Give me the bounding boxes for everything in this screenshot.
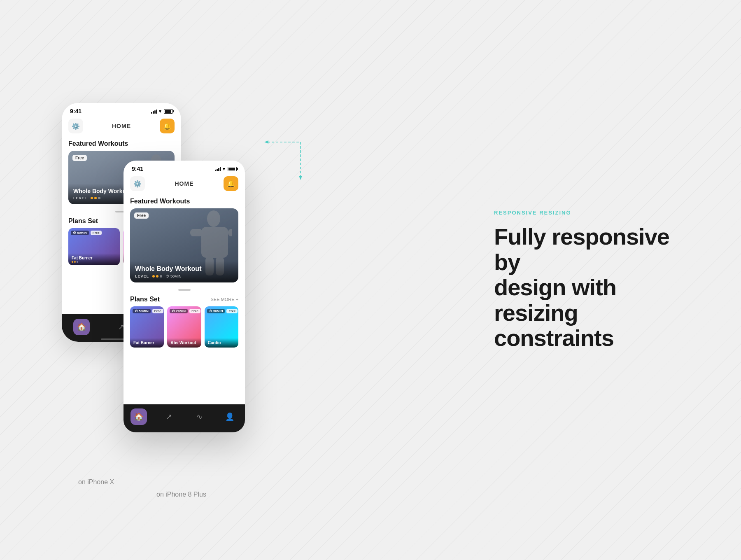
iphone-8-nav-workout[interactable]: ↗ bbox=[161, 408, 177, 425]
iphone-8-nav-bar: ⚙️ HOME 🔔 bbox=[124, 174, 245, 195]
battery-8-icon bbox=[228, 167, 237, 171]
wifi-8-icon: ▾ bbox=[223, 166, 225, 172]
plan-card-1-badges: ⏱ 50MIN Free bbox=[71, 231, 102, 235]
iphone-8-plan-1-overlay: Fat Burner bbox=[130, 338, 164, 348]
iphone-8-card-overlay: Whole Body Workout LEVEL ⏱ 50MIN bbox=[130, 261, 238, 282]
iphone-8-profile-icon[interactable]: 👤 bbox=[221, 408, 238, 425]
iphone-8-plan-3-free: Free bbox=[226, 309, 238, 313]
iphone-8-plan-1-free: Free bbox=[152, 309, 163, 313]
iphone-8-stats-icon[interactable]: ∿ bbox=[191, 408, 207, 425]
level-dot-2 bbox=[94, 197, 97, 199]
wifi-icon: ▾ bbox=[159, 109, 161, 114]
home-icon[interactable]: 🏠 bbox=[73, 319, 90, 335]
signal-bar-3 bbox=[154, 110, 156, 114]
iphone-8-card-meta: LEVEL ⏱ 50MIN bbox=[135, 274, 233, 278]
plan-card-1-free: Free bbox=[91, 231, 102, 235]
iphone-8-plan-2-time: ⏱ 20MIN bbox=[170, 309, 188, 313]
signal-bars-icon bbox=[151, 109, 157, 114]
duration-text: 50MIN bbox=[170, 274, 182, 278]
level-dot-3 bbox=[98, 197, 100, 199]
iphone-8-nav-title: HOME bbox=[175, 180, 194, 187]
plan-card-1-overlay: Fat Burner bbox=[68, 253, 120, 265]
right-section: RESPONSIVE RESIZING Fully responsive by … bbox=[494, 210, 692, 351]
heading-line1: Fully responsive by bbox=[494, 224, 669, 275]
duration-badge: ⏱ 50MIN bbox=[165, 274, 182, 278]
plan-card-1-time: ⏱ 50MIN bbox=[71, 231, 89, 235]
iphone-8-plan-1-badges: ⏱ 50MIN Free bbox=[133, 309, 163, 313]
iphone-8-settings-button[interactable]: ⚙️ bbox=[130, 176, 145, 191]
iphone-x-plan-card-1[interactable]: ⏱ 50MIN Free Fat Burner bbox=[68, 228, 120, 265]
iphone-8-plan-card-3[interactable]: ⏱ 50MIN Free Cardio bbox=[205, 306, 238, 348]
iphone-8-notification-button[interactable]: 🔔 bbox=[224, 176, 238, 191]
iphone-8-nav-stats[interactable]: ∿ bbox=[191, 408, 207, 425]
plan-card-1-title: Fat Burner bbox=[72, 256, 117, 260]
iphone-8-home-icon[interactable]: 🏠 bbox=[130, 408, 147, 425]
svg-rect-11 bbox=[190, 229, 203, 236]
plan-card-1-dots bbox=[72, 261, 117, 263]
svg-rect-12 bbox=[228, 229, 232, 236]
settings-button[interactable]: ⚙️ bbox=[68, 119, 83, 133]
iphone-8-time: 9:41 bbox=[132, 166, 143, 172]
signal-bars-8-icon bbox=[215, 166, 221, 171]
svg-point-9 bbox=[207, 210, 220, 227]
iphone-x-nav-bar: ⚙️ HOME 🔔 bbox=[62, 116, 181, 138]
heading-line2: design with resizing bbox=[494, 274, 616, 326]
iphone-8-workout-icon[interactable]: ↗ bbox=[161, 408, 177, 425]
signal-bar-8-4 bbox=[220, 167, 221, 171]
main-heading: Fully responsive by design with resizing… bbox=[494, 224, 692, 351]
see-more-button[interactable]: SEE MORE + bbox=[210, 297, 238, 302]
iphone-8-nav-profile[interactable]: 👤 bbox=[221, 408, 238, 425]
iphone-8-plan-2-overlay: Abs Workout bbox=[167, 338, 201, 348]
battery-8-fill bbox=[228, 168, 235, 170]
signal-bar-8-3 bbox=[218, 168, 219, 171]
iphone-8-plan-card-1[interactable]: ⏱ 50MIN Free Fat Burner bbox=[130, 306, 164, 348]
arrow-svg bbox=[263, 138, 313, 183]
iphone-8-scroll-indicator bbox=[124, 289, 245, 291]
iphone-8-bottom-nav: 🏠 ↗ ∿ 👤 bbox=[124, 404, 245, 427]
iphone-8-label: on iPhone 8 Plus bbox=[156, 491, 206, 498]
level-label: LEVEL bbox=[73, 196, 87, 200]
iphone-x-featured-title: Featured Workouts bbox=[62, 138, 181, 151]
arrow-connector bbox=[263, 138, 313, 183]
signal-bar-1 bbox=[151, 112, 152, 114]
svg-marker-7 bbox=[264, 140, 268, 144]
iphone-8-free-badge: Free bbox=[134, 212, 149, 219]
iphone-8-nav-home[interactable]: 🏠 bbox=[130, 408, 147, 425]
signal-bar-8-2 bbox=[217, 169, 218, 171]
iphone-8-plan-card-2[interactable]: ⏱ 20MIN Free Abs Workout bbox=[167, 306, 201, 348]
iphone-8-plan-3-time: ⏱ 50MIN bbox=[207, 309, 225, 313]
iphone-x-nav-home[interactable]: 🏠 bbox=[73, 319, 90, 335]
iphone-8-plan-2-badges: ⏱ 20MIN Free bbox=[170, 309, 200, 313]
iphone-x-status-icons: ▾ bbox=[151, 109, 173, 114]
iphone-8-plans-row: ⏱ 50MIN Free Fat Burner ⏱ 20MIN Free bbox=[124, 306, 245, 348]
iphone-8-level-dot-1 bbox=[152, 275, 155, 278]
iphone-8-plan-1-time: ⏱ 50MIN bbox=[133, 309, 151, 313]
iphone-8-plans-header: Plans Set SEE MORE + bbox=[124, 293, 245, 306]
iphone-8-plans-title: Plans Set bbox=[130, 296, 160, 303]
plan-dot-2 bbox=[74, 261, 76, 263]
iphone-8-plan-3-badges: ⏱ 50MIN Free bbox=[207, 309, 238, 313]
battery-icon bbox=[164, 109, 173, 114]
iphone-8-plan-2-free: Free bbox=[189, 309, 200, 313]
clock-icon: ⏱ bbox=[165, 274, 169, 278]
iphone-8-featured-card[interactable]: Free Whole Body Workout LEVEL bbox=[130, 208, 238, 282]
iphone-8-level-label: LEVEL bbox=[135, 274, 149, 278]
svg-marker-8 bbox=[299, 176, 302, 180]
page-container: 9:41 ▾ bbox=[0, 0, 741, 560]
phones-area: 9:41 ▾ bbox=[41, 70, 309, 523]
signal-bar-4 bbox=[156, 110, 157, 114]
iphone-8-plan-3-overlay: Cardio bbox=[205, 338, 238, 348]
iphone-8-plan-2-title: Abs Workout bbox=[170, 341, 198, 345]
notification-button[interactable]: 🔔 bbox=[160, 119, 175, 133]
iphone-x-time: 9:41 bbox=[70, 108, 82, 114]
iphone-8-home-bar bbox=[124, 427, 245, 432]
level-dot-1 bbox=[91, 197, 93, 199]
signal-bar-2 bbox=[153, 111, 154, 114]
iphone-8-level-dot-2 bbox=[156, 275, 158, 278]
iphone-8-plan-1-title: Fat Burner bbox=[133, 341, 161, 345]
battery-fill bbox=[165, 110, 171, 113]
iphone-x-label: on iPhone X bbox=[78, 478, 114, 486]
plan-dot-3 bbox=[77, 261, 78, 263]
iphone-x-status-bar: 9:41 ▾ bbox=[62, 103, 181, 116]
iphone-8-status-icons: ▾ bbox=[215, 166, 237, 172]
